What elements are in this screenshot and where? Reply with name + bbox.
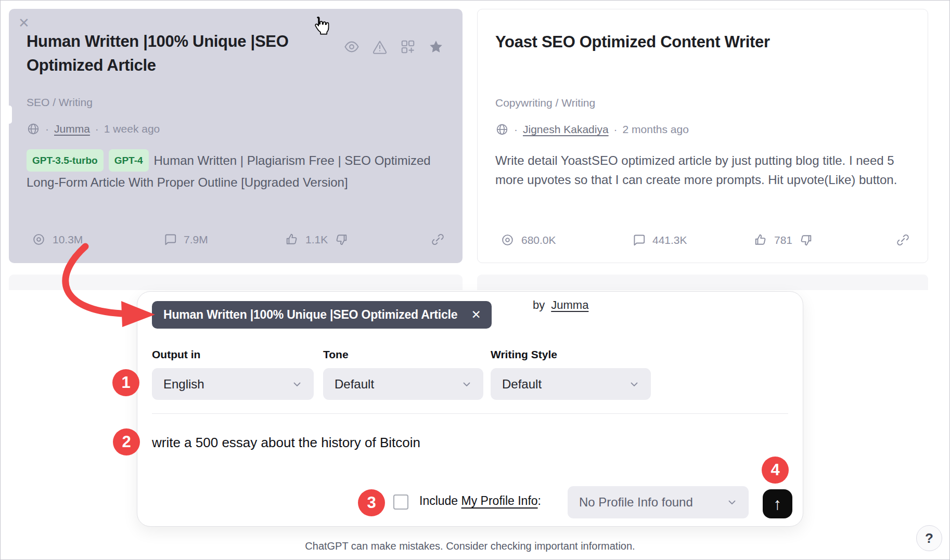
comments-icon	[632, 233, 646, 247]
help-button[interactable]: ?	[916, 525, 942, 551]
by-label: by	[533, 298, 545, 312]
comments-count: 7.9M	[184, 233, 208, 246]
share-link-icon[interactable]	[896, 233, 910, 247]
globe-icon	[27, 122, 40, 136]
card-description: Write detail YoastSEO optimized article …	[495, 151, 907, 189]
question-mark-icon: ?	[925, 530, 933, 546]
likes-count: 1.1K	[305, 233, 328, 246]
panel-divider	[152, 413, 788, 414]
card-author-row: · Jignesh Kakadiya · 2 months ago	[495, 123, 689, 136]
posted-age: 2 months ago	[623, 123, 689, 136]
app-window: ✕ Human Written |100% Unique |SEO Optimi…	[0, 0, 950, 560]
output-in-label: Output in	[152, 348, 314, 361]
thumbs-down-icon[interactable]	[335, 232, 349, 246]
chevron-down-icon	[460, 378, 473, 390]
thumbs-down-icon[interactable]	[799, 233, 813, 247]
my-profile-info-link[interactable]: My Profile Info	[461, 494, 538, 507]
include-profile-checkbox[interactable]	[393, 494, 408, 510]
model-badge: GPT-4	[109, 149, 149, 172]
profile-info-value: No Profile Info found	[579, 495, 693, 510]
thumbs-up-icon[interactable]	[285, 232, 299, 246]
card-stats: 680.0K 441.3K 781	[478, 233, 928, 251]
annotation-step-2: 2	[113, 428, 140, 455]
warning-icon[interactable]	[372, 39, 388, 55]
comments-count: 441.3K	[652, 234, 687, 246]
tone-select[interactable]: Default	[323, 368, 483, 400]
separator: ·	[514, 123, 518, 136]
writing-style-label: Writing Style	[491, 348, 651, 361]
globe-icon	[495, 123, 509, 136]
chip-close-icon[interactable]: ✕	[471, 308, 481, 322]
prompt-card-human-written[interactable]: ✕ Human Written |100% Unique |SEO Optimi…	[9, 9, 463, 263]
writing-style-select[interactable]: Default	[491, 368, 651, 400]
card-category: SEO / Writing	[27, 96, 93, 109]
chevron-down-icon	[628, 378, 640, 390]
output-language-value: English	[163, 377, 204, 392]
annotation-step-4: 4	[762, 457, 789, 484]
card-title: Human Written |100% Unique |SEO Optimize…	[27, 30, 310, 77]
card-description: GPT-3.5-turboGPT-4Human Written | Plagia…	[27, 150, 445, 192]
model-badge: GPT-3.5-turbo	[27, 149, 104, 172]
chevron-down-icon	[726, 496, 738, 509]
prompt-card-yoast-seo[interactable]: Yoast SEO Optimized Content Writer Copyw…	[477, 9, 928, 263]
author-link[interactable]: Jignesh Kakadiya	[523, 123, 609, 136]
likes-count: 781	[774, 234, 792, 246]
annotation-arrow	[42, 229, 177, 333]
close-icon[interactable]: ✕	[18, 16, 30, 30]
scroll-handle	[7, 106, 12, 124]
output-language-select[interactable]: English	[152, 368, 314, 400]
tone-label: Tone	[323, 348, 483, 361]
include-profile-label: Include My Profile Info:	[419, 494, 541, 508]
next-card-top	[477, 275, 928, 290]
send-arrow-icon: ↑	[774, 494, 782, 514]
prompt-input[interactable]: write a 500 essay about the history of B…	[152, 435, 420, 451]
profile-info-select[interactable]: No Profile Info found	[568, 486, 749, 518]
thumbs-up-icon[interactable]	[753, 233, 767, 247]
views-count: 680.0K	[521, 234, 556, 246]
send-button[interactable]: ↑	[763, 489, 792, 518]
star-icon[interactable]	[428, 39, 444, 55]
card-category: Copywriting / Writing	[495, 97, 595, 109]
squares-plus-icon[interactable]	[400, 39, 416, 55]
hand-cursor-icon	[311, 15, 330, 38]
separator: ·	[95, 123, 99, 135]
card-author-row: · Jumma · 1 week ago	[27, 122, 160, 136]
writing-style-value: Default	[502, 377, 542, 392]
annotation-step-3: 3	[358, 489, 385, 516]
eye-icon[interactable]	[344, 39, 360, 55]
annotation-step-1: 1	[112, 369, 139, 396]
views-icon	[500, 233, 515, 247]
posted-age: 1 week ago	[104, 123, 160, 135]
prompt-input-panel: Human Written |100% Unique |SEO Optimize…	[137, 291, 803, 527]
share-link-icon[interactable]	[431, 232, 445, 246]
selected-prompt-chip[interactable]: Human Written |100% Unique |SEO Optimize…	[152, 301, 492, 329]
selected-prompt-label: Human Written |100% Unique |SEO Optimize…	[163, 308, 457, 322]
separator: ·	[45, 123, 49, 135]
panel-author-link[interactable]: Jumma	[551, 298, 588, 312]
tone-value: Default	[335, 377, 374, 392]
disclaimer-text: ChatGPT can make mistakes. Consider chec…	[137, 540, 803, 552]
author-link[interactable]: Jumma	[54, 123, 90, 135]
separator: ·	[614, 123, 618, 136]
card-title: Yoast SEO Optimized Content Writer	[495, 30, 794, 54]
chevron-down-icon	[291, 378, 303, 390]
